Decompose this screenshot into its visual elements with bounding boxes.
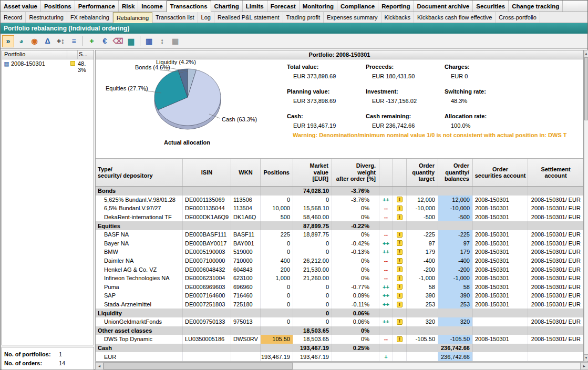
column-header-settlement-account[interactable]: Settlementaccount [528,159,583,186]
tab-document-archive[interactable]: Document archive [414,1,473,12]
palette-icon[interactable]: ◉ [28,35,40,47]
table-row[interactable]: Henkel AG & Co. VZDE00060484326048432002… [96,265,583,274]
order-quantity-balances-cell[interactable]: 253 [438,300,473,309]
euro-icon[interactable]: € [99,35,111,47]
order-quantity-balances-cell[interactable]: 179 [438,248,473,256]
subtab-trading-profit[interactable]: Trading profit [283,12,324,23]
table-group-row[interactable]: Liquidity00.06% [96,309,583,317]
tab-reporting[interactable]: Reporting [378,1,414,12]
tab-change-tracking[interactable]: Change tracking [509,1,563,12]
order-quantity-balances-cell[interactable]: -105.50 [438,335,473,344]
table-group-row[interactable]: Other asset classes18,503.650% [96,326,583,335]
tab-securities[interactable]: Securities [473,1,509,12]
numbered-sort-icon[interactable]: ↕ [156,35,168,47]
warning-icon[interactable]: ! [397,214,403,220]
order-quantity-target-cell[interactable] [407,326,438,335]
warning-icon[interactable]: ! [397,205,403,211]
status-icon-column-header[interactable] [67,50,78,59]
tab-transactions[interactable]: Transactions [167,1,211,12]
order-quantity-balances-cell[interactable]: -200 [438,265,473,274]
expand-panel-icon[interactable]: » [2,35,14,47]
add-icon[interactable]: + [86,35,98,47]
vertical-scrollbar[interactable]: ▲ ▼ [584,50,588,362]
order-quantity-target-cell[interactable]: -105.50 [407,335,438,344]
subtab-kickbacks[interactable]: Kickbacks [381,12,415,23]
tab-limits[interactable]: Limits [243,1,267,12]
order-quantity-target-cell[interactable] [407,344,438,353]
subtab-record[interactable]: Record [1,12,26,23]
warning-icon[interactable]: ! [397,249,403,255]
warning-icon[interactable]: ! [397,197,403,202]
subtab-rebalancing[interactable]: Rebalancing [113,12,152,23]
table-row[interactable]: UnionGeldmarktFondsDE0009750133975013000… [96,317,583,326]
order-quantity-target-cell[interactable]: 12,000 [407,196,438,204]
warning-icon[interactable]: ! [397,284,403,290]
add-position-icon[interactable]: +↕ [55,35,67,47]
subtab-transaction-list[interactable]: Transaction list [152,12,198,23]
column-header-icon-6[interactable] [379,159,393,186]
order-quantity-target-cell[interactable] [407,187,438,196]
table-row[interactable]: BMWDE000519000351900000-0.13%++!17917920… [96,248,583,256]
order-quantity-balances-cell[interactable]: -10,000 [438,204,473,213]
tab-risk[interactable]: Risk [119,1,138,12]
order-quantity-balances-cell[interactable]: -1,000 [438,274,473,283]
column-header-order-securities-account[interactable]: Ordersecurities account [473,159,528,186]
scroll-left-button[interactable]: ◄ [96,363,104,369]
order-quantity-balances-cell[interactable] [438,221,473,230]
tab-monitoring[interactable]: Monitoring [300,1,337,12]
table-row[interactable]: Daimler NADE000710000071000040026,212.00… [96,256,583,265]
column-header-wkn[interactable]: WKN [231,159,261,186]
table-row[interactable]: Stada-ArzneimittelDE000725180372518000-0… [96,300,583,309]
sliders-icon[interactable]: ≡ [68,35,80,47]
column-header-isin[interactable]: ISIN [183,159,231,186]
column-header-type-security-depository[interactable]: Type/security/ depository [96,159,183,186]
order-quantity-target-cell[interactable]: 320 [407,317,438,326]
order-quantity-target-cell[interactable] [407,309,438,317]
order-quantity-target-cell[interactable]: -500 [407,213,438,222]
portfolio-list-item[interactable]: ▦2008-15030148.3% [2,59,94,73]
warning-icon[interactable]: ! [397,232,403,238]
horizontal-scroll-thumb[interactable] [104,363,293,369]
table-row[interactable]: Bayer NADE000BAY0017BAY00100-0.42%++!979… [96,239,583,248]
column-header-diverg-weight-after-order[interactable]: Diverg.weightafter order [%] [332,159,379,186]
order-quantity-balances-cell[interactable]: -225 [438,230,473,239]
scroll-down-button[interactable]: ▼ [584,354,588,361]
table-row[interactable]: DekaRent-international TFDE000DK1A6Q9DK1… [96,213,583,222]
warning-icon[interactable]: ! [397,266,403,272]
order-quantity-balances-cell[interactable]: 236,742.66 [438,352,473,361]
portfolio-column-header[interactable]: Portfolio [2,50,67,59]
subtab-kickbacks-cash-flow-effective[interactable]: Kickbacks cash flow effective [414,12,496,23]
table-row[interactable]: SAPDE0007164600716460000.09%++!390390200… [96,291,583,300]
table-group-row[interactable]: Cash193,467.190.25%236,742.66 [96,344,583,353]
warning-icon[interactable]: ! [397,293,403,299]
tab-charting[interactable]: Charting [211,1,243,12]
table-group-row[interactable]: Equities87,899.75-0.22% [96,221,583,230]
order-quantity-target-cell[interactable]: -200 [407,265,438,274]
scroll-up-button[interactable]: ▲ [584,50,588,57]
table-row[interactable]: Infineon Technologies NADE00062310046231… [96,274,583,283]
order-quantity-target-cell[interactable] [407,221,438,230]
order-quantity-balances-cell[interactable] [438,187,473,196]
warning-icon[interactable]: ! [397,319,403,325]
order-quantity-target-cell[interactable]: 390 [407,291,438,300]
table-row[interactable]: EUR193,467.19193,467.19+236,742.66 [96,352,583,361]
order-quantity-target-cell[interactable]: 253 [407,300,438,309]
tab-positions[interactable]: Positions [41,1,75,12]
order-quantity-balances-cell[interactable]: 236,742.66 [438,344,473,353]
column-header-positions[interactable]: Positions [261,159,293,186]
order-quantity-target-cell[interactable]: -1,000 [407,274,438,283]
order-quantity-balances-cell[interactable]: 97 [438,239,473,248]
scroll-right-button[interactable]: ► [580,363,588,369]
tab-income[interactable]: Income [138,1,166,12]
warning-icon[interactable]: ! [397,240,403,246]
subtab-cross-portfolio[interactable]: Cross-portfolio [496,12,540,23]
order-quantity-balances-cell[interactable]: 12,000 [438,196,473,204]
warning-icon[interactable]: ! [397,258,403,264]
column-header-order-quantity-balances[interactable]: Orderquantity/balances [438,159,473,186]
table-row[interactable]: PumaDE000696960369696000-0.77%++!5858200… [96,283,583,292]
order-quantity-balances-cell[interactable]: -400 [438,256,473,265]
order-quantity-target-cell[interactable]: -225 [407,230,438,239]
tab-compliance[interactable]: Compliance [337,1,378,12]
order-quantity-balances-cell[interactable]: 320 [438,317,473,326]
eraser-icon[interactable]: ⌫ [112,35,124,47]
